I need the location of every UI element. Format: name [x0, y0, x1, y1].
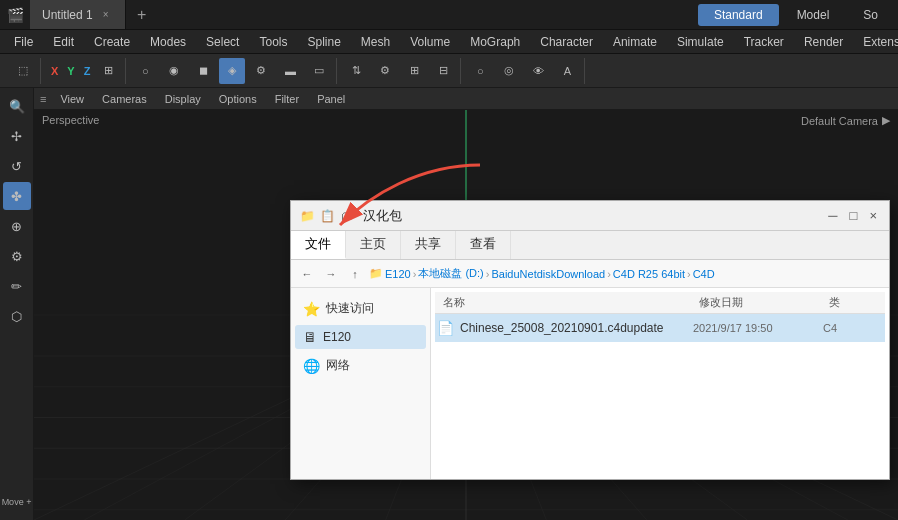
toolbar-render-a[interactable]: A [554, 58, 580, 84]
menu-mesh[interactable]: Mesh [351, 33, 400, 51]
toolbar-align-btn[interactable]: ⚙ [372, 58, 398, 84]
menu-animate[interactable]: Animate [603, 33, 667, 51]
dialog-tab-share[interactable]: 共享 [401, 231, 456, 259]
file-icon: 📄 [437, 320, 454, 336]
menu-extensions[interactable]: Extensions [853, 33, 898, 51]
menubar: File Edit Create Modes Select Tools Spli… [0, 30, 898, 54]
dialog-title: 汉化包 [363, 207, 402, 225]
menu-create[interactable]: Create [84, 33, 140, 51]
sidebar-transform-btn[interactable]: ⊕ [3, 212, 31, 240]
col-header-name[interactable]: 名称 [435, 295, 695, 310]
menu-spline[interactable]: Spline [297, 33, 350, 51]
menu-tools[interactable]: Tools [249, 33, 297, 51]
dialog-path-e120: E120 [385, 268, 411, 280]
file-row[interactable]: 📄 Chinese_25008_20210901.c4dupdate 2021/… [435, 314, 885, 342]
title-right-buttons: Standard Model So [698, 4, 898, 26]
dialog-forward-btn[interactable]: → [321, 264, 341, 284]
axis-z-toggle[interactable]: Z [80, 63, 95, 79]
toolbar-grid2-btn[interactable]: ⊟ [430, 58, 456, 84]
toolbar-object-btn[interactable]: ⬚ [10, 58, 36, 84]
menu-character[interactable]: Character [530, 33, 603, 51]
menu-volume[interactable]: Volume [400, 33, 460, 51]
toolbar-render-circle1[interactable]: ○ [467, 58, 493, 84]
file-type: C4 [823, 322, 883, 334]
toolbar-render-group: ○ ◎ 👁 A [463, 58, 585, 84]
toolbar-sphere-btn[interactable]: ◉ [161, 58, 187, 84]
dialog-network-icon: 🌐 [303, 358, 320, 374]
sidebar-paint-btn[interactable]: ✏ [3, 272, 31, 300]
col-header-type[interactable]: 类 [825, 295, 885, 310]
dialog-nav-e120[interactable]: 🖥 E120 [295, 325, 426, 349]
viewport-panel-btn[interactable]: Panel [309, 91, 353, 107]
dialog-nav-network[interactable]: 🌐 网络 [295, 353, 426, 378]
dialog-tab-view[interactable]: 查看 [456, 231, 511, 259]
toolbar-transform-group: ○ ◉ ◼ ◈ ⚙ ▬ ▭ [128, 58, 337, 84]
sidebar-settings-btn[interactable]: ⚙ [3, 242, 31, 270]
dialog-e120-icon: 🖥 [303, 329, 317, 345]
sidebar-search-btn[interactable]: 🔍 [3, 92, 31, 120]
toolbar-axis-group: X Y Z ⊞ [43, 58, 126, 84]
col-header-date[interactable]: 修改日期 [695, 295, 825, 310]
menu-select[interactable]: Select [196, 33, 249, 51]
viewport-cameras-btn[interactable]: Cameras [94, 91, 155, 107]
toolbar-circle-btn[interactable]: ○ [132, 58, 158, 84]
dialog-path-c4d25: C4D R25 64bit [613, 268, 685, 280]
axis-x-toggle[interactable]: X [47, 63, 62, 79]
viewport-filter-btn[interactable]: Filter [267, 91, 307, 107]
toolbar-gear-btn[interactable]: ⚙ [248, 58, 274, 84]
toolbar-plane-btn[interactable]: ▭ [306, 58, 332, 84]
toolbar-snap-group: ⇅ ⚙ ⊞ ⊟ [339, 58, 461, 84]
dialog-body: ⭐ 快速访问 🖥 E120 🌐 网络 名称 修改日期 类 📄 Chinese [291, 288, 889, 479]
toolbar-snap-btn[interactable]: ⇅ [343, 58, 369, 84]
menu-file[interactable]: File [4, 33, 43, 51]
toolbar-active-btn[interactable]: ◈ [219, 58, 245, 84]
dialog-tab-file[interactable]: 文件 [291, 231, 346, 259]
viewport-options-btn[interactable]: Options [211, 91, 265, 107]
sidebar-scale-btn[interactable]: ✤ [3, 182, 31, 210]
dialog-up-btn[interactable]: ↑ [345, 264, 365, 284]
dialog-addressbar: ← → ↑ 📁 E120 › 本地磁盘 (D:) › BaiduNetdiskD… [291, 260, 889, 288]
toolbar-grid1-btn[interactable]: ⊞ [401, 58, 427, 84]
menu-mograph[interactable]: MoGraph [460, 33, 530, 51]
viewport-camera-label: Default Camera ▶ [801, 114, 890, 127]
file-date: 2021/9/17 19:50 [693, 322, 823, 334]
toolbar-object-group: ⬚ [6, 58, 41, 84]
menu-tracker[interactable]: Tracker [734, 33, 794, 51]
tab-label: Untitled 1 [42, 8, 93, 22]
tab-close-button[interactable]: × [99, 8, 113, 22]
tab-bar: Untitled 1 × + [30, 0, 154, 29]
toolbar-coord-btn[interactable]: ⊞ [95, 58, 121, 84]
dialog-address-path[interactable]: 📁 E120 › 本地磁盘 (D:) › BaiduNetdiskDownloa… [369, 266, 715, 281]
dialog-tab-home[interactable]: 主页 [346, 231, 401, 259]
new-tab-button[interactable]: + [130, 3, 154, 27]
dialog-quickaccess-icon: ⭐ [303, 301, 320, 317]
dialog-maximize-btn[interactable]: □ [846, 208, 862, 223]
so-mode-button[interactable]: So [847, 4, 894, 26]
dialog-path-drive: 本地磁盘 (D:) [418, 266, 483, 281]
dialog-column-headers: 名称 修改日期 类 [435, 292, 885, 314]
dialog-minimize-btn[interactable]: ─ [824, 208, 841, 223]
toolbar-render-eye[interactable]: 👁 [525, 58, 551, 84]
menu-edit[interactable]: Edit [43, 33, 84, 51]
active-tab[interactable]: Untitled 1 × [30, 0, 126, 29]
sidebar-polygon-btn[interactable]: ⬡ [3, 302, 31, 330]
dialog-back-btn[interactable]: ← [297, 264, 317, 284]
toolbar-render-circle2[interactable]: ◎ [496, 58, 522, 84]
standard-mode-button[interactable]: Standard [698, 4, 779, 26]
sidebar-move-btn[interactable]: ✢ [3, 122, 31, 150]
dialog-e120-label: E120 [323, 330, 351, 344]
menu-simulate[interactable]: Simulate [667, 33, 734, 51]
menu-modes[interactable]: Modes [140, 33, 196, 51]
model-mode-button[interactable]: Model [781, 4, 846, 26]
toolbar-flat-btn[interactable]: ▬ [277, 58, 303, 84]
dialog-file-list: 名称 修改日期 类 📄 Chinese_25008_20210901.c4dup… [431, 288, 889, 479]
file-dialog: 📁 📋 🗂 汉化包 ─ □ × 文件 主页 共享 查看 ← → ↑ 📁 E120… [290, 200, 890, 480]
dialog-close-btn[interactable]: × [865, 208, 881, 223]
sidebar-rotate-btn[interactable]: ↺ [3, 152, 31, 180]
axis-y-toggle[interactable]: Y [63, 63, 78, 79]
dialog-nav-quickaccess[interactable]: ⭐ 快速访问 [295, 296, 426, 321]
menu-render[interactable]: Render [794, 33, 853, 51]
toolbar-cube-btn[interactable]: ◼ [190, 58, 216, 84]
viewport-view-btn[interactable]: View [52, 91, 92, 107]
viewport-display-btn[interactable]: Display [157, 91, 209, 107]
